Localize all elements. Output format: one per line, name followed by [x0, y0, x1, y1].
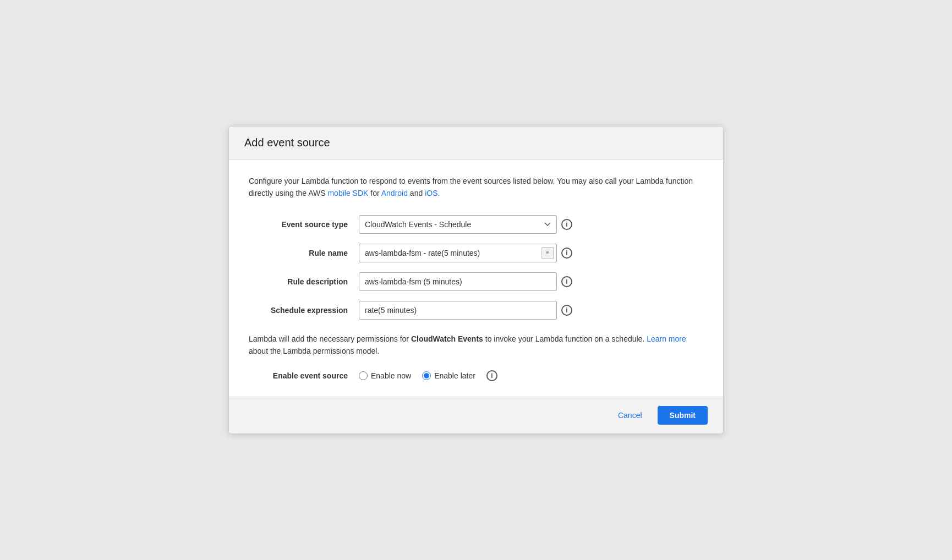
ios-link[interactable]: iOS: [425, 189, 437, 197]
dialog-body: Configure your Lambda function to respon…: [229, 160, 723, 397]
schedule-expression-row: Schedule expression i: [249, 301, 703, 320]
rule-name-wrap: ≡ i: [359, 244, 572, 262]
rule-name-input-wrap: ≡: [359, 244, 557, 262]
learn-more-link[interactable]: Learn more: [647, 334, 686, 343]
dialog-title: Add event source: [244, 136, 708, 149]
schedule-expression-input[interactable]: [359, 301, 557, 320]
enable-source-info-icon[interactable]: i: [486, 370, 497, 381]
event-source-type-select[interactable]: CloudWatch Events - Schedule S3 DynamoDB…: [359, 215, 557, 234]
intro-text-after: .: [437, 189, 440, 197]
rule-description-wrap: i: [359, 272, 572, 291]
enable-later-radio[interactable]: [422, 371, 431, 380]
rule-name-info-icon[interactable]: i: [561, 248, 572, 259]
rule-description-info-icon[interactable]: i: [561, 276, 572, 287]
add-event-source-dialog: Add event source Configure your Lambda f…: [228, 126, 724, 435]
mobile-sdk-link[interactable]: mobile SDK: [327, 189, 368, 197]
intro-text-before: Configure your Lambda function to respon…: [249, 177, 693, 197]
cancel-button[interactable]: Cancel: [609, 406, 651, 425]
permissions-text-link2: about the Lambda permissions model.: [249, 347, 379, 355]
event-source-type-wrap: CloudWatch Events - Schedule S3 DynamoDB…: [359, 215, 572, 234]
rule-name-label: Rule name: [249, 249, 359, 257]
enable-later-label: Enable later: [434, 371, 475, 380]
form-section: Event source type CloudWatch Events - Sc…: [249, 215, 703, 320]
rule-description-label: Rule description: [249, 277, 359, 286]
rule-name-list-icon[interactable]: ≡: [541, 247, 554, 259]
dialog-footer: Cancel Submit: [229, 397, 723, 433]
enable-now-radio[interactable]: [359, 371, 368, 380]
schedule-expression-info-icon[interactable]: i: [561, 305, 572, 316]
cloudwatch-events-bold: CloudWatch Events: [411, 334, 483, 343]
intro-text: Configure your Lambda function to respon…: [249, 175, 703, 200]
dialog-header: Add event source: [229, 127, 723, 160]
enable-now-option[interactable]: Enable now: [359, 371, 411, 380]
permissions-text-after: to invoke your Lambda function on a sche…: [483, 334, 647, 343]
rule-name-row: Rule name ≡ i: [249, 244, 703, 262]
event-source-type-label: Event source type: [249, 220, 359, 229]
enable-later-option[interactable]: Enable later: [422, 371, 475, 380]
schedule-expression-label: Schedule expression: [249, 306, 359, 315]
intro-text-and: and: [408, 189, 425, 197]
submit-button[interactable]: Submit: [658, 406, 708, 425]
event-source-type-info-icon[interactable]: i: [561, 219, 572, 230]
enable-now-label: Enable now: [371, 371, 411, 380]
rule-name-input[interactable]: [359, 244, 557, 262]
enable-event-source-row: Enable event source Enable now Enable la…: [249, 370, 703, 381]
permissions-text-before: Lambda will add the necessary permission…: [249, 334, 411, 343]
permissions-text: Lambda will add the necessary permission…: [249, 333, 703, 358]
rule-description-row: Rule description i: [249, 272, 703, 291]
enable-event-source-radio-group: Enable now Enable later i: [359, 370, 497, 381]
intro-text-for: for: [368, 189, 381, 197]
event-source-type-row: Event source type CloudWatch Events - Sc…: [249, 215, 703, 234]
rule-description-input[interactable]: [359, 272, 557, 291]
schedule-expression-wrap: i: [359, 301, 572, 320]
enable-event-source-label: Enable event source: [249, 371, 359, 380]
android-link[interactable]: Android: [381, 189, 408, 197]
